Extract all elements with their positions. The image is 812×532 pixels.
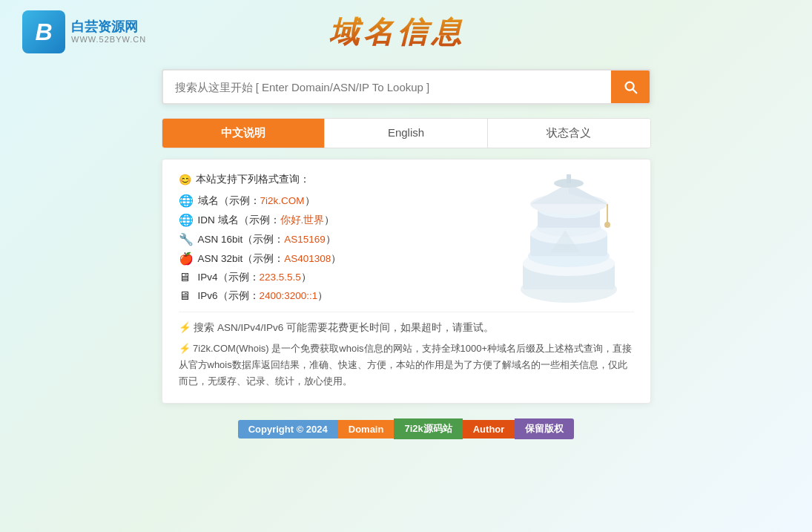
globe-icon-2: 🌐 — [179, 213, 194, 227]
link-asn16[interactable]: AS15169 — [284, 234, 326, 245]
header-text: 本站支持下列格式查询： — [196, 173, 310, 186]
tab-status[interactable]: 状态含义 — [488, 119, 650, 148]
logo-b-letter: B — [35, 20, 52, 44]
row-ipv4-text: IPv4（示例：223.5.5.5） — [198, 271, 311, 284]
logo-name-block: 白芸资源网 WWW.52BYW.CN — [71, 19, 146, 45]
tabs-container: 中文说明 English 状态含义 — [162, 118, 651, 148]
illustration — [487, 167, 636, 315]
search-icon — [622, 79, 638, 95]
wrench-icon: 🔧 — [179, 232, 194, 246]
link-domain[interactable]: 7i2k.COM — [260, 195, 305, 206]
site-title-text: 域名信息 — [329, 16, 466, 48]
description-row: ⚡ 7i2k.COM(Whois) 是一个免费获取whois信息的网站，支持全球… — [179, 341, 634, 390]
row-asn32-text: ASN 32bit（示例：AS401308） — [198, 252, 342, 266]
tabs-area: 中文说明 English 状态含义 — [0, 118, 812, 148]
warning-text: ⚡ 搜索 ASN/IPv4/IPv6 可能需要花费更长时间，如果超时，请重试。 — [179, 321, 495, 335]
logo-cn-name: 白芸资源网 — [71, 19, 146, 36]
footer-reserved: 保留版权 — [515, 418, 574, 439]
row-domain-text: 域名（示例：7i2k.COM） — [198, 194, 315, 208]
logo-url: WWW.52BYW.CN — [71, 35, 146, 45]
search-area — [0, 69, 812, 105]
monitor-icon-1: 🖥 — [179, 271, 194, 284]
warning-row: ⚡ 搜索 ASN/IPv4/IPv6 可能需要花费更长时间，如果超时，请重试。 — [179, 321, 634, 335]
globe-icon-1: 🌐 — [179, 194, 194, 208]
search-input[interactable] — [163, 70, 611, 103]
svg-rect-13 — [567, 174, 571, 183]
row-ipv6-text: IPv6（示例：2400:3200::1） — [198, 289, 329, 303]
tab-zh[interactable]: 中文说明 — [162, 119, 326, 148]
footer: Copyright © 2024 Domain 7i2k源码站 Author 保… — [0, 418, 812, 439]
content-box: 😊 本站支持下列格式查询： 🌐 域名（示例：7i2k.COM） 🌐 IDN 域名… — [162, 159, 651, 404]
search-box — [162, 69, 651, 105]
site-title-area: 域名信息 — [146, 12, 649, 53]
site-title: 域名信息 — [329, 12, 466, 53]
header: B 白芸资源网 WWW.52BYW.CN 域名信息 — [0, 0, 812, 58]
footer-domain-link[interactable]: 7i2k源码站 — [394, 418, 462, 439]
description-text: ⚡ 7i2k.COM(Whois) 是一个免费获取whois信息的网站，支持全球… — [179, 343, 633, 387]
search-button[interactable] — [611, 70, 650, 103]
monitor-icon-2: 🖥 — [179, 289, 194, 303]
tab-en[interactable]: English — [325, 119, 488, 148]
row-asn16-text: ASN 16bit（示例：AS15169） — [198, 233, 336, 246]
footer-domain-label: Domain — [338, 420, 395, 439]
link-ipv6[interactable]: 2400:3200::1 — [260, 290, 318, 301]
link-asn32[interactable]: AS401308 — [284, 253, 331, 264]
svg-point-15 — [604, 222, 610, 228]
footer-copyright: Copyright © 2024 — [238, 420, 338, 439]
row-idn-text: IDN 域名（示例：你好.世界） — [198, 214, 335, 227]
smiley-icon: 😊 — [179, 174, 191, 185]
link-idn[interactable]: 你好.世界 — [280, 214, 325, 226]
content-area: 😊 本站支持下列格式查询： 🌐 域名（示例：7i2k.COM） 🌐 IDN 域名… — [0, 159, 812, 404]
logo-area: B 白芸资源网 WWW.52BYW.CN — [22, 10, 146, 53]
logo-icon-box: B — [22, 10, 65, 53]
link-ipv4[interactable]: 223.5.5.5 — [260, 272, 301, 283]
footer-author-label: Author — [463, 420, 515, 439]
apple-icon: 🍎 — [179, 252, 194, 266]
